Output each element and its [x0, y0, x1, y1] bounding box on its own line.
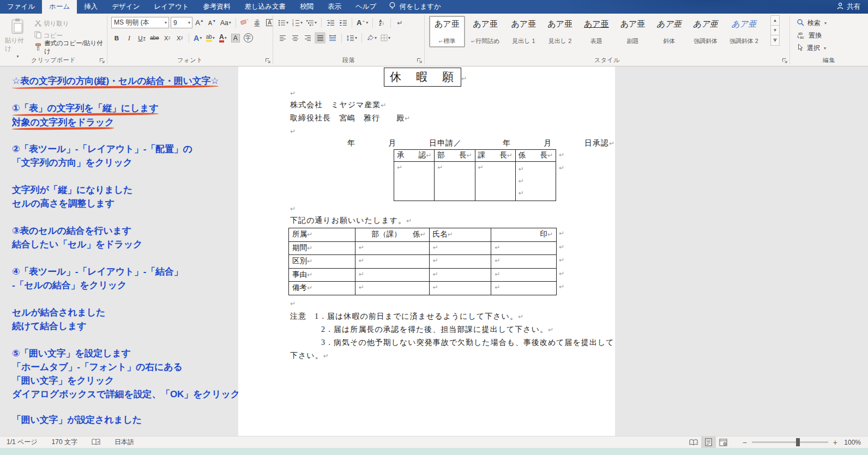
approval-body-cell[interactable]: ↵: [394, 162, 435, 201]
form-cell[interactable]: 部（課）係↵: [355, 228, 429, 242]
style-emphasis-italic[interactable]: あア亜強調斜体: [688, 16, 724, 47]
share-button[interactable]: 共有: [829, 0, 868, 14]
paragraph-dialog-launcher[interactable]: [417, 58, 423, 64]
sort-button[interactable]: AZ↓: [376, 17, 387, 28]
form-cell[interactable]: ↵: [491, 255, 557, 269]
proofing-status-button[interactable]: [92, 439, 100, 446]
form-cell[interactable]: 区別↵: [289, 255, 355, 269]
char-shading-button[interactable]: A: [230, 32, 241, 44]
style-emphasis-italic-2[interactable]: あア亜強調斜体 2: [724, 16, 764, 47]
form-cell[interactable]: ↵: [429, 268, 491, 282]
justify-button[interactable]: [315, 32, 326, 44]
show-marks-button[interactable]: ↵: [394, 17, 405, 28]
form-cell[interactable]: ↵: [491, 241, 557, 255]
borders-button[interactable]: ▾: [379, 32, 391, 44]
zoom-out-button[interactable]: −: [743, 438, 747, 447]
form-cell[interactable]: ↵: [491, 268, 557, 282]
form-cell[interactable]: 氏名↵: [429, 228, 491, 242]
style-heading-2[interactable]: あア亜見出し 2: [542, 16, 578, 47]
shading-button[interactable]: ▾: [365, 32, 378, 44]
style-no-spacing[interactable]: あア亜↵行間詰め: [466, 16, 505, 47]
form-cell[interactable]: ↵: [355, 268, 429, 282]
style-subtitle[interactable]: あア亜副題: [615, 16, 651, 47]
form-cell[interactable]: 事由↵: [289, 268, 355, 282]
gallery-scroll-down-button[interactable]: ▼: [770, 25, 780, 35]
tab-home[interactable]: ホーム: [42, 0, 77, 14]
enclose-character-button[interactable]: 字: [243, 32, 254, 44]
font-size-combobox[interactable]: 9 ▾: [171, 17, 192, 28]
styles-dialog-launcher[interactable]: [782, 58, 788, 64]
approval-body-cell[interactable]: ↵↵↵: [515, 162, 556, 201]
subscript-button[interactable]: X2: [162, 32, 173, 44]
zoom-in-button[interactable]: +: [833, 438, 837, 447]
form-cell[interactable]: ↵: [355, 241, 429, 255]
approval-header-cell[interactable]: 課長↵: [475, 150, 515, 162]
form-cell[interactable]: ↵: [491, 282, 557, 295]
cut-button[interactable]: 切り取り: [33, 17, 107, 29]
language-indicator[interactable]: 日本語: [114, 438, 134, 447]
form-cell[interactable]: 印↵: [491, 228, 557, 242]
form-cell[interactable]: 備考↵: [289, 282, 355, 295]
web-layout-button[interactable]: [716, 436, 731, 448]
tab-references[interactable]: 参考資料: [196, 0, 237, 14]
ruby-button[interactable]: ア亜: [252, 17, 263, 28]
strikethrough-button[interactable]: abe: [149, 32, 160, 44]
document-page[interactable]: 休 暇 願↵ ↵ 株式会社 ミヤジマ産業↵ 取締役社長 宮嶋 雅行 殿↵ ↵ 年…: [238, 66, 615, 436]
italic-button[interactable]: I: [124, 32, 135, 44]
form-cell[interactable]: ↵: [429, 241, 491, 255]
tab-view[interactable]: 表示: [321, 0, 348, 14]
style-title[interactable]: あア亜表題: [578, 16, 614, 47]
word-count-indicator[interactable]: 170 文字: [52, 438, 77, 447]
decrease-indent-button[interactable]: [325, 17, 336, 28]
clear-formatting-button[interactable]: [239, 17, 250, 28]
style-italic[interactable]: あア亜斜体: [651, 16, 687, 47]
replace-button[interactable]: abac 置換: [790, 29, 868, 42]
tab-help[interactable]: ヘルプ: [348, 0, 383, 14]
superscript-button[interactable]: X2: [174, 32, 185, 44]
tab-insert[interactable]: 挿入: [77, 0, 105, 14]
font-dialog-launcher[interactable]: [265, 58, 271, 64]
bold-button[interactable]: B: [111, 32, 122, 44]
align-right-button[interactable]: [302, 32, 313, 44]
shrink-font-button[interactable]: A▼: [207, 17, 218, 28]
tab-file[interactable]: ファイル: [0, 0, 42, 14]
tab-mailings[interactable]: 差し込み文書: [237, 0, 293, 14]
text-effects-button[interactable]: A▾: [192, 32, 203, 44]
select-button[interactable]: 選択 ▾: [790, 42, 868, 54]
approval-header-cell[interactable]: 部長↵: [435, 150, 475, 162]
format-painter-button[interactable]: 書式のコピー/貼り付け: [33, 41, 107, 53]
underline-button[interactable]: U▾: [136, 32, 147, 44]
print-layout-button[interactable]: [701, 436, 716, 448]
read-mode-button[interactable]: [686, 436, 701, 448]
change-case-button[interactable]: Aa▾: [219, 17, 232, 28]
align-center-button[interactable]: [290, 32, 300, 44]
asian-layout-button[interactable]: A⌃▾: [355, 17, 369, 28]
tab-design[interactable]: デザイン: [105, 0, 147, 14]
font-name-combobox[interactable]: MS 明朝 (本 ▾: [111, 17, 169, 28]
zoom-slider[interactable]: [752, 441, 828, 443]
multilevel-list-button[interactable]: ▾: [305, 17, 318, 28]
tell-me-box[interactable]: 何をしますか: [389, 0, 441, 14]
style-normal[interactable]: あア亜↵標準: [429, 16, 465, 47]
increase-indent-button[interactable]: [337, 17, 348, 28]
form-cell[interactable]: ↵: [355, 282, 429, 295]
form-cell[interactable]: ↵: [355, 255, 429, 269]
approval-body-cell[interactable]: ↵: [475, 162, 515, 201]
approval-header-cell[interactable]: 承認↵: [394, 150, 435, 162]
style-heading-1[interactable]: あア亜見出し 1: [506, 16, 542, 47]
approval-table[interactable]: 承認↵部長↵課長↵係長↵↵↵↵↵↵↵: [394, 149, 556, 201]
numbering-button[interactable]: 123▾: [291, 17, 304, 28]
line-spacing-button[interactable]: ▾: [345, 32, 358, 44]
tab-review[interactable]: 校閲: [293, 0, 321, 14]
form-cell[interactable]: ↵: [429, 255, 491, 269]
zoom-level-button[interactable]: 100%: [842, 439, 861, 446]
grow-font-button[interactable]: A▲: [194, 17, 205, 28]
gallery-more-button[interactable]: ▼: [770, 35, 780, 46]
form-cell[interactable]: ↵: [429, 282, 491, 295]
align-left-button[interactable]: [277, 32, 288, 44]
page-count-indicator[interactable]: 1/1 ページ: [7, 438, 38, 447]
approval-body-cell[interactable]: ↵: [435, 162, 475, 201]
find-button[interactable]: 検索 ▾: [790, 17, 868, 29]
tab-layout[interactable]: レイアウト: [147, 0, 196, 14]
distribute-button[interactable]: [327, 32, 338, 44]
